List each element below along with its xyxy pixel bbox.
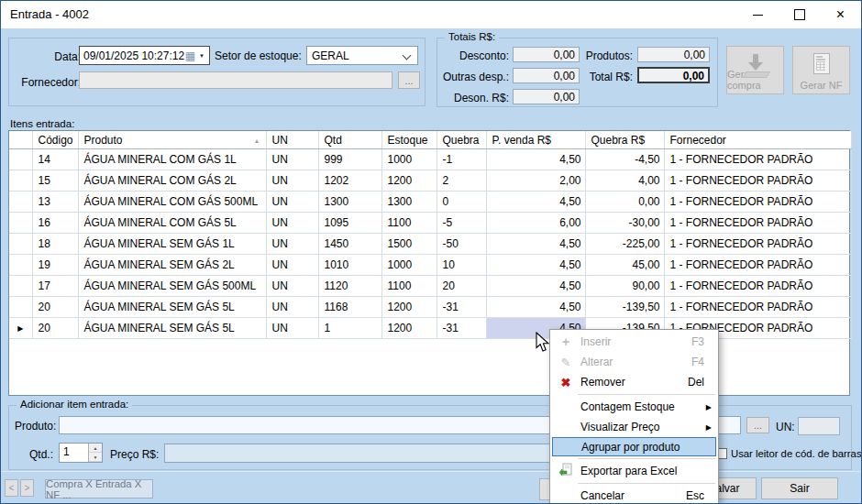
grid-cell[interactable]: -1 [437,149,486,170]
setor-select[interactable]: GERAL [306,46,418,65]
grid-cell[interactable]: 1 - FORNECEDOR PADRÃO [664,297,851,318]
table-row[interactable]: ▶20ÁGUA MINERAL SEM GÁS 5LUN11200-314,50… [9,318,851,339]
menu-item-inserir[interactable]: +InserirF3 [550,332,718,352]
grid-header-2[interactable]: UN [266,131,318,149]
menu-item-visualizar-preco[interactable]: Visualizar Preço▶ [550,417,718,437]
menu-item-alterar[interactable]: ✎AlterarF4 [550,352,718,372]
grid-cell[interactable]: 20 [32,297,78,318]
grid-cell[interactable]: 1500 [381,234,437,255]
row-selector[interactable] [9,234,32,255]
grid-cell[interactable]: 1168 [318,297,381,318]
grid-cell[interactable]: 13 [32,192,78,213]
grid-cell[interactable]: 1300 [381,192,437,213]
grid-cell[interactable]: 17 [32,276,78,297]
grid-cell[interactable]: 1 - FORNECEDOR PADRÃO [664,255,851,276]
grid-cell[interactable]: 45,00 [585,255,664,276]
menu-item-remover[interactable]: ✖RemoverDel [550,372,718,392]
grid-cell[interactable]: ÁGUA MINERAL SEM GÁS 500ML [78,276,266,297]
grid-cell[interactable]: -139,50 [585,297,664,318]
grid-cell[interactable]: 4,50 [486,255,585,276]
tab-compra-entrada-nf[interactable]: Compra X Entrada X NF ... [45,479,153,499]
grid-cell[interactable]: 19 [32,255,78,276]
grid-cell[interactable]: UN [266,213,318,234]
table-row[interactable]: 15ÁGUA MINERAL COM GÁS 2LUN1202120022,00… [9,170,851,192]
grid-cell[interactable]: 2,00 [486,170,585,192]
grid-cell[interactable]: 1000 [381,149,437,170]
row-selector[interactable] [9,213,32,234]
gerar-compra-button[interactable]: Gerar compra [726,46,784,94]
grid-cell[interactable]: -30,00 [585,213,664,234]
nav-next-button[interactable]: > [20,479,34,497]
grid-cell[interactable]: 20 [32,318,78,339]
table-row[interactable]: 17ÁGUA MINERAL SEM GÁS 500MLUN1120110020… [9,276,851,297]
grid-cell[interactable]: 4,50 [486,276,585,297]
grid-cell[interactable]: 2 [437,170,486,192]
row-selector[interactable]: ▶ [9,318,32,339]
grid-cell[interactable]: -31 [437,318,486,339]
grid-cell[interactable]: UN [266,255,318,276]
date-dropdown-icon[interactable]: ▼ [199,53,204,59]
grid-cell[interactable]: 999 [318,149,381,170]
menu-item-exportar-para-excel[interactable]: Exportar para Excel [550,461,718,481]
grid-header-8[interactable]: Fornecedor [664,131,851,149]
menu-item-agrupar-por-produto[interactable]: Agrupar por produto [552,437,716,456]
row-selector[interactable] [9,192,32,213]
qtd-down-icon[interactable]: ▼ [89,453,102,462]
close-button[interactable]: × [820,1,861,28]
grid-cell[interactable]: 18 [32,234,78,255]
grid-cell[interactable]: ÁGUA MINERAL SEM GÁS 5L [78,318,266,339]
maximize-button[interactable] [779,1,820,28]
grid-cell[interactable]: 16 [32,213,78,234]
grid-cell[interactable]: 1202 [318,170,381,192]
grid-cell[interactable]: 0 [437,192,486,213]
grid-cell[interactable]: ÁGUA MINERAL SEM GÁS 1L [78,234,266,255]
grid-cell[interactable]: 20 [437,276,486,297]
qtd-stepper[interactable]: 1 ▲ ▼ [59,443,103,463]
grid-cell[interactable]: 1100 [381,276,437,297]
row-selector[interactable] [9,276,32,297]
grid-cell[interactable]: 1200 [381,297,437,318]
grid-cell[interactable]: 1095 [318,213,381,234]
grid-cell[interactable]: 1120 [318,276,381,297]
grid-cell[interactable]: -50 [437,234,486,255]
grid-cell[interactable]: 10 [437,255,486,276]
grid-cell[interactable]: 1 - FORNECEDOR PADRÃO [664,213,851,234]
data-input[interactable]: 09/01/2025 10:27:12 ▦ ▼ [79,46,210,65]
row-selector[interactable] [9,297,32,318]
fornecedor-browse-button[interactable]: ... [398,71,420,89]
grid-cell[interactable]: 1000 [381,255,437,276]
grid-cell[interactable]: 1 - FORNECEDOR PADRÃO [664,192,851,213]
grid-cell[interactable]: -31 [437,297,486,318]
grid-cell[interactable]: UN [266,276,318,297]
grid-cell[interactable]: 15 [32,170,78,192]
grid-cell[interactable]: 1450 [318,234,381,255]
grid-cell[interactable]: UN [266,318,318,339]
table-row[interactable]: 19ÁGUA MINERAL SEM GÁS 2LUN10101000104,5… [9,255,851,276]
grid-cell[interactable]: UN [266,149,318,170]
fornecedor-input[interactable] [79,71,392,89]
nav-prev-button[interactable]: < [5,479,18,497]
grid-cell[interactable]: 1200 [381,318,437,339]
grid-cell[interactable]: -225,00 [585,234,664,255]
un-input[interactable] [798,417,840,435]
table-row[interactable]: 13ÁGUA MINERAL COM GÁS 500MLUN1300130004… [9,192,851,213]
grid-cell[interactable]: ÁGUA MINERAL SEM GÁS 2L [78,255,266,276]
grid-cell[interactable]: 6,00 [486,213,585,234]
grid-header-5[interactable]: Quebra [437,131,486,149]
grid-cell[interactable]: 4,50 [486,297,585,318]
grid-cell[interactable]: 4,50 [486,192,585,213]
grid-cell[interactable]: 90,00 [585,276,664,297]
qtd-up-icon[interactable]: ▲ [89,444,102,453]
grid-cell[interactable]: -5 [437,213,486,234]
grid-cell[interactable]: ÁGUA MINERAL SEM GÁS 5L [78,297,266,318]
grid-cell[interactable]: 1010 [318,255,381,276]
table-row[interactable]: 20ÁGUA MINERAL SEM GÁS 5LUN11681200-314,… [9,297,851,318]
grid-cell[interactable]: 0,00 [585,192,664,213]
grid-cell[interactable]: 1300 [318,192,381,213]
grid-header-3[interactable]: Qtd [318,131,381,149]
grid-cell[interactable]: 4,50 [486,234,585,255]
row-selector[interactable] [9,149,32,170]
grid-cell[interactable]: 1 - FORNECEDOR PADRÃO [664,276,851,297]
grid-cell[interactable]: 1 - FORNECEDOR PADRÃO [664,170,851,192]
grid-cell[interactable]: 1 - FORNECEDOR PADRÃO [664,149,851,170]
